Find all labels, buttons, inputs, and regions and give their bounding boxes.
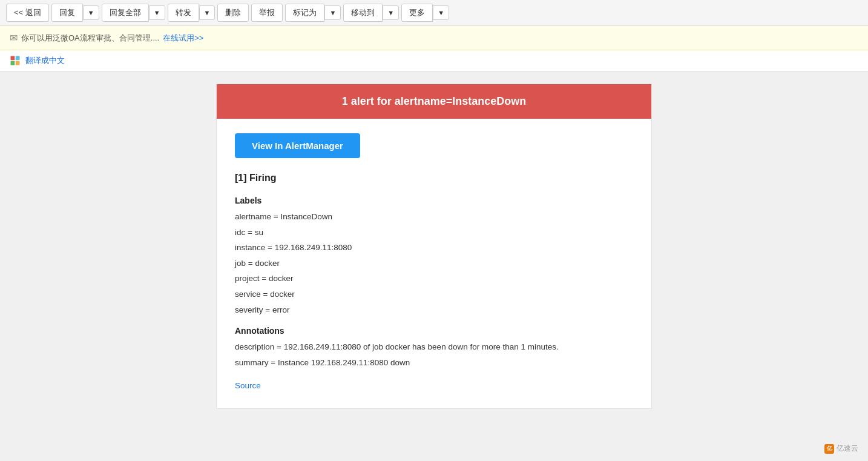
reply-all-arrow-button[interactable]: ▼ bbox=[149, 5, 165, 20]
forward-button[interactable]: 转发 bbox=[168, 4, 199, 22]
reply-button[interactable]: 回复 bbox=[51, 4, 83, 22]
back-button[interactable]: << 返回 bbox=[6, 4, 49, 22]
reply-all-button[interactable]: 回复全部 bbox=[102, 4, 149, 22]
translate-bar[interactable]: 翻译成中文 bbox=[0, 50, 868, 71]
banner-icon: ✉ bbox=[10, 32, 18, 44]
move-button[interactable]: 移动到 bbox=[343, 4, 383, 22]
more-button[interactable]: 更多 bbox=[401, 4, 433, 22]
svg-rect-2 bbox=[11, 61, 15, 65]
forward-arrow-button[interactable]: ▼ bbox=[199, 5, 215, 20]
svg-rect-0 bbox=[11, 56, 15, 61]
annotation-summary: summary = Instance 192.168.249.11:8080 d… bbox=[235, 356, 633, 370]
label-service: service = docker bbox=[235, 288, 633, 301]
report-button[interactable]: 举报 bbox=[251, 4, 283, 22]
alert-header: 1 alert for alertname=InstanceDown bbox=[217, 84, 651, 119]
mark-button[interactable]: 标记为 bbox=[285, 4, 324, 22]
annotations-section: Annotations description = 192.168.249.11… bbox=[235, 326, 633, 369]
translate-label[interactable]: 翻译成中文 bbox=[25, 55, 65, 66]
banner-link[interactable]: 在线试用>> bbox=[163, 33, 203, 44]
svg-rect-1 bbox=[16, 56, 20, 61]
label-severity: severity = error bbox=[235, 303, 633, 317]
label-project: project = docker bbox=[235, 272, 633, 285]
reply-arrow-button[interactable]: ▼ bbox=[83, 5, 99, 20]
move-arrow-button[interactable]: ▼ bbox=[383, 5, 399, 20]
label-alertname: alertname = InstanceDown bbox=[235, 210, 633, 224]
labels-title: Labels bbox=[235, 196, 633, 205]
annotations-title: Annotations bbox=[235, 326, 633, 336]
promo-banner: ✉ 你可以用泛微OA流程审批、合同管理.... 在线试用>> bbox=[0, 26, 868, 50]
toolbar: << 返回 回复 ▼ 回复全部 ▼ 转发 ▼ 删除 举报 标记为 ▼ 移动到 ▼… bbox=[0, 0, 868, 26]
label-instance: instance = 192.168.249.11:8080 bbox=[235, 241, 633, 254]
annotation-description: description = 192.168.249.11:8080 of job… bbox=[235, 340, 633, 354]
firing-title: [1] Firing bbox=[235, 173, 633, 184]
move-group: 移动到 ▼ bbox=[343, 4, 399, 22]
translate-icon bbox=[10, 55, 21, 66]
svg-rect-3 bbox=[16, 61, 20, 65]
reply-group: 回复 ▼ bbox=[51, 4, 99, 22]
label-idc: idc = su bbox=[235, 226, 633, 239]
mark-arrow-button[interactable]: ▼ bbox=[324, 5, 341, 20]
forward-group: 转发 ▼ bbox=[168, 4, 215, 22]
source-link[interactable]: Source bbox=[235, 381, 261, 390]
alert-title: 1 alert for alertname=InstanceDown bbox=[342, 95, 527, 107]
alert-body: View In AlertManager [1] Firing Labels a… bbox=[217, 119, 651, 408]
more-group: 更多 ▼ bbox=[401, 4, 449, 22]
label-job: job = docker bbox=[235, 257, 633, 270]
reply-all-group: 回复全部 ▼ bbox=[102, 4, 165, 22]
delete-button[interactable]: 删除 bbox=[217, 4, 249, 22]
mark-group: 标记为 ▼ bbox=[285, 4, 341, 22]
more-arrow-button[interactable]: ▼ bbox=[433, 5, 449, 20]
view-alertmanager-button[interactable]: View In AlertManager bbox=[235, 133, 360, 158]
email-content: 1 alert for alertname=InstanceDown View … bbox=[0, 71, 868, 435]
email-card: 1 alert for alertname=InstanceDown View … bbox=[216, 84, 652, 409]
banner-text: 你可以用泛微OA流程审批、合同管理.... bbox=[21, 33, 159, 44]
